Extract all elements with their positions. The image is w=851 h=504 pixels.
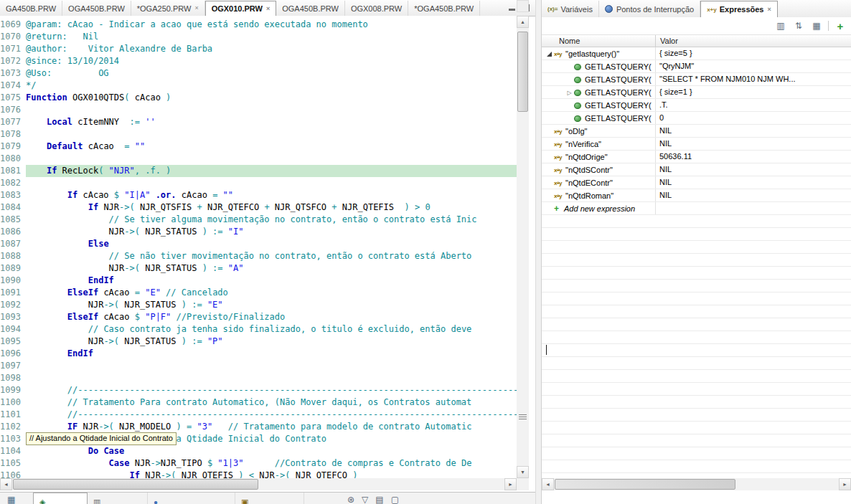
scroll-right-arrow[interactable]: ► bbox=[839, 478, 851, 490]
filter-icon[interactable]: ▽ bbox=[362, 495, 368, 504]
expression-row[interactable]: GETLASTQUERY(.T. bbox=[542, 99, 851, 112]
code-line[interactable]: //--------------------------------------… bbox=[26, 384, 517, 396]
bottom-view-tab-3[interactable]: ● bbox=[148, 493, 235, 504]
expression-row[interactable]: x+y"nQtdRoman"NIL bbox=[542, 189, 851, 202]
splitter[interactable] bbox=[535, 0, 542, 504]
code-line[interactable]: ElseIf cAcao $ "P|F" //Previsto/Finaliza… bbox=[26, 311, 517, 323]
code-line[interactable]: // Se não tiver movimentação no contrato… bbox=[26, 250, 517, 262]
code-line[interactable]: // Caso contrato ja tenha sido finalizad… bbox=[26, 323, 517, 336]
expression-row[interactable]: GETLASTQUERY(0 bbox=[542, 112, 851, 125]
scroll-left-arrow[interactable]: ◄ bbox=[542, 478, 554, 490]
minimize-icon[interactable] bbox=[508, 4, 516, 11]
code-line[interactable]: Default cAcao = "" bbox=[26, 141, 517, 153]
expression-row[interactable]: x+y"nQtdOrige"50636.11 bbox=[542, 151, 851, 163]
close-tab-icon[interactable]: × bbox=[194, 5, 198, 11]
editor-tab-ogx008-prw-6[interactable]: OGX008.PRW bbox=[345, 1, 408, 16]
code-line[interactable]: Do Case bbox=[26, 445, 517, 457]
code-line[interactable]: EndIf bbox=[26, 275, 517, 287]
save-icon[interactable]: ▤ bbox=[375, 495, 383, 504]
horizontal-scroll-thumb[interactable] bbox=[13, 479, 258, 490]
scroll-up-arrow[interactable]: ▲ bbox=[517, 16, 529, 28]
panel-tab-pontos-de-interrup-o[interactable]: Pontos de Interrupção bbox=[599, 1, 700, 17]
editor-tab-oga450b-prw-5[interactable]: OGA450B.PRW bbox=[276, 1, 345, 16]
code-line[interactable]: NJR->( NJR_STATUS ) := "I" bbox=[26, 226, 517, 238]
code-line[interactable]: NJR->( NJR_STATUS ) := "E" bbox=[26, 299, 517, 311]
editor-tab-oga450b-prw-2[interactable]: OGA450B.PRW bbox=[62, 1, 131, 16]
code-line[interactable]: If NJR->( NJR_QTSFIS + NJR_QTEFCO + NJR_… bbox=[26, 201, 517, 214]
column-header-nome[interactable]: Nome bbox=[542, 35, 655, 48]
code-line[interactable]: @since: 13/10/2014 bbox=[26, 55, 517, 67]
add-expression-row[interactable]: +Add new expression bbox=[542, 202, 851, 215]
code-line[interactable]: // Tratamento Para contrato Automatico, … bbox=[26, 396, 517, 409]
editor-horizontal-scrollbar[interactable]: ◄ ► bbox=[0, 478, 529, 490]
code-line[interactable]: NJR->( NJR_STATUS ) := "A" bbox=[26, 262, 517, 275]
show-type-names-icon[interactable]: ▥ bbox=[774, 19, 787, 32]
panel-tab-vari-veis[interactable]: (x)=Variáveis bbox=[542, 1, 599, 17]
code-text[interactable]: @param: cAcao - Indicar a acao que está … bbox=[26, 19, 517, 478]
editor-vertical-scrollbar[interactable]: ▲ ▼ bbox=[517, 16, 529, 478]
code-line[interactable]: @author: Vitor Alexandre de Barba bbox=[26, 43, 517, 55]
code-line[interactable]: @param: cAcao - Indicar a acao que está … bbox=[26, 19, 517, 31]
panel-horizontal-scrollbar[interactable]: ◄ ► bbox=[542, 478, 851, 490]
editor-tab-oga250-prw-3[interactable]: *OGA250.PRW× bbox=[131, 1, 205, 16]
code-line[interactable] bbox=[26, 104, 517, 116]
code-line[interactable]: //--------------------------------------… bbox=[26, 409, 517, 421]
code-line[interactable]: If cAcao $ "I|A" .or. cAcao = "" bbox=[26, 189, 517, 201]
code-line[interactable]: Case NJR->NJR_TIPO $ "1|3" //Contrato de… bbox=[26, 457, 517, 470]
code-line[interactable]: IF NJR->( NJR_MODELO ) = "3" // Tratamen… bbox=[26, 421, 517, 433]
expression-row[interactable]: x+y"getlastquery()"{ size=5 } bbox=[542, 47, 851, 60]
expression-row[interactable]: x+y"nVerifica"NIL bbox=[542, 138, 851, 151]
tasks-icon: ▣ bbox=[241, 498, 248, 504]
scroll-down-arrow[interactable]: ▼ bbox=[517, 466, 529, 478]
table-icon[interactable]: ▦ bbox=[7, 495, 19, 504]
code-line[interactable]: NJR->( NJR_STATUS ) := "P" bbox=[26, 336, 517, 348]
expander-open-icon[interactable] bbox=[545, 48, 554, 60]
expression-row[interactable]: x+y"oDlg"NIL bbox=[542, 125, 851, 138]
code-line[interactable]: ElseIf cAcao = "E" // Cancelado bbox=[26, 287, 517, 299]
code-line[interactable] bbox=[26, 372, 517, 384]
expression-row[interactable]: x+y"nQtdEContr"NIL bbox=[542, 176, 851, 189]
add-expression-icon[interactable]: + bbox=[834, 19, 847, 32]
bottom-view-tab-1[interactable]: ◈ bbox=[33, 493, 88, 504]
code-line[interactable]: Local cItemNNY := '' bbox=[26, 116, 517, 128]
line-number: 1071 bbox=[0, 43, 24, 55]
code-line[interactable] bbox=[26, 177, 517, 189]
scroll-right-arrow[interactable]: ► bbox=[504, 478, 517, 490]
close-tab-icon[interactable]: × bbox=[266, 6, 270, 12]
vertical-scroll-thumb[interactable] bbox=[517, 32, 528, 112]
horizontal-scroll-thumb[interactable] bbox=[555, 479, 735, 490]
bottom-view-tab-4[interactable]: ▣ bbox=[235, 493, 304, 504]
current-debug-line[interactable]: If RecLock( "NJR", .f. ) bbox=[26, 165, 517, 177]
code-line[interactable]: If NJR->( NJR_QTEFIS ) < NJR->( NJR_QTEF… bbox=[26, 470, 517, 478]
panel-tab-express-es[interactable]: x+yExpressões× bbox=[700, 1, 778, 17]
scroll-left-arrow[interactable]: ◄ bbox=[0, 478, 12, 490]
code-line[interactable] bbox=[26, 153, 517, 165]
console-icon[interactable]: ▢ bbox=[391, 495, 399, 504]
close-tab-icon[interactable]: × bbox=[767, 6, 771, 13]
expander-closed-icon[interactable]: ▷ bbox=[565, 87, 574, 99]
code-line[interactable] bbox=[26, 360, 517, 372]
expression-row[interactable]: GETLASTQUERY("QryNJM" bbox=[542, 60, 851, 73]
expression-row[interactable]: GETLASTQUERY("SELECT * FROM NJM010 NJM W… bbox=[542, 73, 851, 86]
code-line[interactable]: */ bbox=[26, 80, 517, 92]
gear-icon[interactable]: ⊛ bbox=[347, 495, 354, 504]
code-line[interactable]: Function OGX010QTDS( cAcao ) bbox=[26, 92, 517, 104]
expression-row[interactable]: x+y"nQtdSContr"NIL bbox=[542, 163, 851, 176]
show-logical-structures-icon[interactable]: ⇅ bbox=[792, 19, 805, 32]
expression-row[interactable]: ▷GETLASTQUERY({ size=1 } bbox=[542, 86, 851, 99]
code-line[interactable] bbox=[26, 128, 517, 141]
code-editor[interactable]: 1069107010711072107310741075107610771078… bbox=[0, 16, 517, 478]
panel-tab-label: Variáveis bbox=[560, 5, 592, 14]
code-line[interactable]: Else bbox=[26, 238, 517, 250]
code-line[interactable]: // Se tiver alguma movimentação no contr… bbox=[26, 214, 517, 226]
column-header-valor[interactable]: Valor bbox=[655, 35, 678, 48]
editor-tab-ogx010-prw-4[interactable]: OGX010.PRW× bbox=[205, 1, 277, 16]
code-line[interactable]: @Uso: OG bbox=[26, 67, 517, 80]
bottom-view-tab-2[interactable]: ▥ bbox=[88, 493, 148, 504]
editor-tab-oga450b-prw-7[interactable]: *OGA450B.PRW bbox=[408, 1, 480, 16]
code-line[interactable]: EndIf bbox=[26, 348, 517, 360]
collapse-all-icon[interactable]: ▦ bbox=[810, 19, 823, 32]
editor-tab-ga450b-prw-1[interactable]: GA450B.PRW bbox=[0, 1, 62, 16]
expression-name-cell: GETLASTQUERY( bbox=[542, 60, 655, 73]
code-line[interactable]: @return: Nil bbox=[26, 31, 517, 43]
